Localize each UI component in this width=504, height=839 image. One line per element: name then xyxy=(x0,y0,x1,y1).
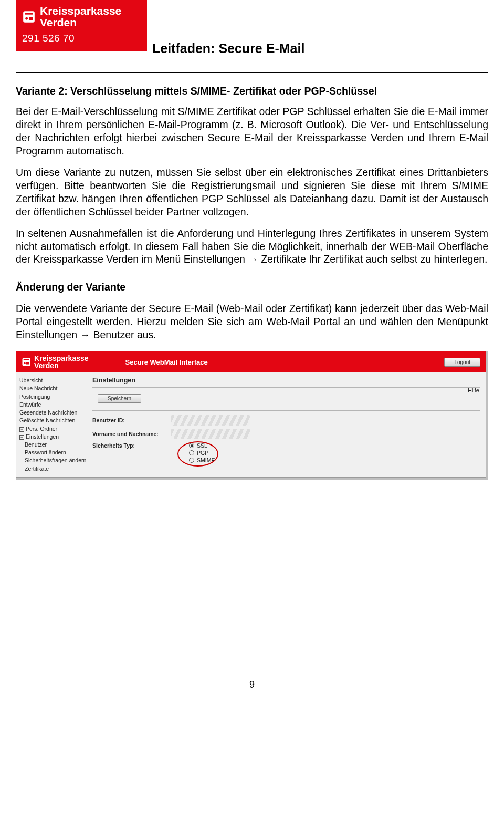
save-button[interactable]: Speichern xyxy=(98,394,141,403)
tree-expand-icon[interactable]: + xyxy=(19,427,24,432)
sidebar-item[interactable]: Neue Nachricht xyxy=(19,385,84,392)
sidebar-item[interactable]: Posteingang xyxy=(19,393,84,401)
webmail-main: Einstellungen Hilfe Speichern Benutzer I… xyxy=(87,372,486,477)
sidebar-item[interactable]: Gesendete Nachrichten xyxy=(19,409,84,417)
webmail-title: Secure WebMail Interface xyxy=(125,358,445,366)
sidebar-item[interactable]: −Einstellungen xyxy=(19,433,84,441)
bank-code: 291 526 70 xyxy=(22,33,141,44)
section-heading: Variante 2: Verschlüsselung mittels S/MI… xyxy=(16,85,488,98)
section-heading: Änderung der Variante xyxy=(16,281,488,294)
svg-rect-1 xyxy=(25,13,33,14)
sidebar-item[interactable]: Gelöschte Nachrichten xyxy=(19,417,84,424)
redacted-value xyxy=(171,429,250,439)
option-label: SSL xyxy=(197,442,207,449)
tree-collapse-icon[interactable]: − xyxy=(19,435,24,440)
paragraph: Um diese Variante zu nutzen, müssen Sie … xyxy=(16,166,488,219)
sidebar-item[interactable]: Entwürfe xyxy=(19,401,84,409)
option-label: PGP xyxy=(197,450,208,456)
paragraph: Bei der E-Mail-Verschlüsselung mit S/MIM… xyxy=(16,105,488,158)
label-userid: Benutzer ID: xyxy=(92,417,171,423)
radio-ssl[interactable] xyxy=(189,443,194,448)
paragraph: In seltenen Ausnahmefällen ist die Anfor… xyxy=(16,227,488,266)
webmail-bank-name: Kreissparkasse Verden xyxy=(34,355,89,370)
svg-point-6 xyxy=(24,362,25,364)
option-label: SMIME xyxy=(197,457,215,463)
sidebar-item[interactable]: Übersicht xyxy=(19,377,84,385)
sidebar-item[interactable]: Zertifikate xyxy=(19,465,84,473)
divider xyxy=(16,72,488,73)
webmail-screenshot: Kreissparkasse Verden Secure WebMail Int… xyxy=(16,351,486,478)
bank-name: Kreissparkasse Verden xyxy=(40,5,121,28)
brand-header: Kreissparkasse Verden 291 526 70 xyxy=(16,0,147,51)
sidebar-item[interactable]: Sicherheitsfragen ändern xyxy=(19,457,84,464)
svg-rect-7 xyxy=(26,362,29,365)
sparkasse-logo-icon xyxy=(22,10,36,24)
sparkasse-logo-icon xyxy=(22,357,31,367)
sidebar-item-benutzer[interactable]: Benutzer xyxy=(19,441,84,449)
svg-rect-5 xyxy=(24,359,29,360)
label-name: Vorname und Nachname: xyxy=(92,431,171,437)
webmail-sidebar: Übersicht Neue Nachricht Posteingang Ent… xyxy=(16,372,87,477)
label-security-type: Sicherheits Typ: xyxy=(92,442,171,449)
help-link[interactable]: Hilfe xyxy=(468,387,479,393)
panel-title: Einstellungen xyxy=(92,377,480,384)
redacted-value xyxy=(171,415,250,426)
sidebar-item[interactable]: Passwort ändern xyxy=(19,449,84,457)
sidebar-item[interactable]: +Pers. Ordner xyxy=(19,425,84,433)
logout-button[interactable]: Logout xyxy=(444,358,480,367)
doc-title: Leitfaden: Secure E-Mail xyxy=(152,41,304,56)
page-number: 9 xyxy=(0,679,504,701)
security-type-options: SSL PGP SMIME xyxy=(171,442,215,463)
radio-smime[interactable] xyxy=(189,458,194,463)
radio-pgp[interactable] xyxy=(189,450,194,455)
svg-rect-3 xyxy=(29,17,33,20)
paragraph: Die verwendete Variante der Secure E-Mai… xyxy=(16,302,488,341)
svg-point-2 xyxy=(25,17,28,20)
